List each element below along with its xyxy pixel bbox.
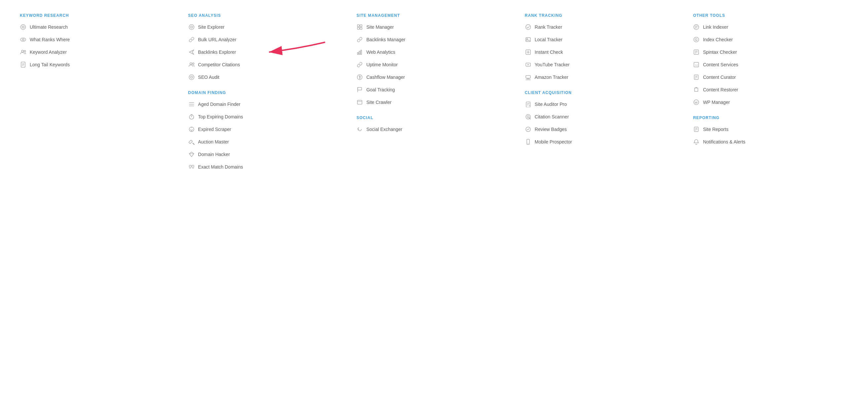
menu-item-uptime-monitor[interactable]: Uptime Monitor [356, 61, 512, 68]
svg-rect-50 [526, 75, 530, 78]
menu-item-expired-scraper[interactable]: Expired Scraper [188, 126, 343, 133]
menu-item-domain-hacker[interactable]: Domain Hacker [188, 151, 343, 158]
menu-icon-wp-manager: W [693, 99, 700, 106]
menu-icon-site-explorer [188, 24, 195, 30]
menu-item-auction-master[interactable]: Auction Master [188, 139, 343, 145]
menu-label: Domain Hacker [198, 152, 230, 157]
svg-rect-53 [526, 102, 530, 107]
column-other-tools: OTHER TOOLS Link Indexer G Index Checker… [690, 13, 851, 176]
menu-label: Aged Domain Finder [198, 102, 241, 107]
menu-item-competitor-citations[interactable]: Competitor Citations [188, 61, 343, 68]
menu-label: Local Tracker [535, 37, 562, 42]
menu-item-content-restorer[interactable]: Content Restorer [693, 87, 848, 93]
svg-point-14 [189, 75, 194, 80]
menu-item-aged-domain-finder[interactable]: Aged Domain Finder [188, 101, 343, 107]
svg-point-1 [22, 26, 24, 28]
navigation-menu: KEYWORD RESEARCH Ultimate Research What … [17, 13, 851, 176]
menu-item-youtube-tracker[interactable]: YouTube Tracker [525, 61, 680, 68]
menu-item-top-expiring-domains[interactable]: Top Expiring Domains [188, 113, 343, 120]
menu-item-link-indexer[interactable]: Link Indexer [693, 24, 848, 30]
menu-item-spintax-checker[interactable]: Spintax Checker [693, 49, 848, 56]
menu-item-seo-audit[interactable]: SEO Audit [188, 74, 343, 80]
menu-icon-index-checker: G [693, 36, 700, 43]
menu-icon-amazon-tracker [525, 74, 531, 80]
menu-icon-what-ranks-where [20, 36, 26, 43]
svg-rect-39 [361, 50, 362, 55]
menu-item-wp-manager[interactable]: W WP Manager [693, 99, 848, 106]
menu-label: What Ranks Where [30, 37, 70, 42]
svg-rect-25 [189, 140, 192, 143]
menu-item-site-explorer[interactable]: Site Explorer [188, 24, 343, 30]
menu-label: Cashflow Manager [366, 74, 405, 80]
menu-icon-backlinks-manager [356, 36, 363, 43]
svg-point-5 [24, 50, 26, 52]
menu-icon-goal-tracking [356, 87, 363, 93]
menu-item-site-manager[interactable]: Site Manager [356, 24, 512, 30]
menu-icon-content-restorer [693, 87, 700, 93]
menu-item-rank-tracker[interactable]: Rank Tracker [525, 24, 680, 30]
svg-rect-38 [359, 51, 360, 55]
menu-icon-uptime-monitor [356, 61, 363, 68]
menu-item-cashflow-manager[interactable]: Cashflow Manager [356, 74, 512, 80]
svg-point-55 [527, 116, 529, 118]
menu-item-review-badges[interactable]: Review Badges [525, 126, 680, 133]
menu-label: Site Reports [703, 127, 728, 132]
menu-label: Index Checker [703, 37, 733, 42]
menu-label: Citation Scanner [535, 114, 569, 119]
menu-item-ultimate-research[interactable]: Ultimate Research [20, 24, 175, 30]
menu-item-web-analytics[interactable]: Web Analytics [356, 49, 512, 56]
svg-point-2 [21, 38, 26, 41]
column-seo-analysis: SEO ANALYSIS Site Explorer Bulk URL Anal… [185, 13, 347, 176]
svg-point-13 [192, 63, 194, 65]
menu-icon-aged-domain-finder [188, 101, 195, 107]
menu-label: Instant Check [535, 49, 563, 55]
subsection-title: CLIENT ACQUISITION [525, 91, 680, 95]
menu-item-mobile-prospector[interactable]: Mobile Prospector [525, 139, 680, 145]
menu-item-content-curator[interactable]: Content Curator [693, 74, 848, 80]
menu-item-what-ranks-where[interactable]: What Ranks Where [20, 36, 175, 43]
svg-line-26 [193, 143, 194, 144]
menu-item-backlinks-explorer[interactable]: Backlinks Explorer [188, 49, 343, 56]
menu-item-backlinks-manager[interactable]: Backlinks Manager [356, 36, 512, 43]
menu-item-exact-match-domains[interactable]: Exact Match Domains [188, 164, 343, 170]
menu-label: Link Indexer [703, 25, 728, 30]
menu-label: YouTube Tracker [535, 62, 570, 67]
menu-icon-bulk-url-analyzer [188, 36, 195, 43]
menu-icon-spintax-checker [693, 49, 700, 56]
menu-item-amazon-tracker[interactable]: Amazon Tracker [525, 74, 680, 80]
menu-label: Ultimate Research [30, 25, 68, 30]
menu-icon-link-indexer [693, 24, 700, 30]
svg-point-0 [21, 25, 26, 30]
menu-icon-social-exchanger [356, 126, 363, 133]
subsection-title: DOMAIN FINDING [188, 91, 343, 95]
menu-icon-site-reports [693, 126, 700, 133]
menu-icon-keyword-analyzer [20, 49, 26, 56]
menu-label: Content Curator [703, 74, 736, 80]
menu-label: Site Explorer [198, 25, 225, 30]
menu-item-citation-scanner[interactable]: Citation Scanner [525, 113, 680, 120]
menu-icon-site-auditor-pro [525, 101, 531, 107]
svg-point-3 [23, 39, 24, 41]
svg-text:G: G [695, 38, 698, 41]
menu-item-index-checker[interactable]: G Index Checker [693, 36, 848, 43]
menu-item-instant-check[interactable]: Instant Check [525, 49, 680, 56]
menu-item-social-exchanger[interactable]: Social Exchanger [356, 126, 512, 133]
menu-item-content-services[interactable]: 12 Content Services [693, 61, 848, 68]
subsection-domain-finding: DOMAIN FINDING Aged Domain Finder Top Ex… [188, 91, 343, 170]
menu-item-goal-tracking[interactable]: Goal Tracking [356, 87, 512, 93]
svg-rect-41 [358, 88, 362, 90]
menu-item-local-tracker[interactable]: Local Tracker [525, 36, 680, 43]
menu-item-site-crawler[interactable]: Site Crawler [356, 99, 512, 106]
column-keyword-research: KEYWORD RESEARCH Ultimate Research What … [17, 13, 178, 176]
svg-rect-35 [358, 27, 359, 29]
menu-item-long-tail-keywords[interactable]: Long Tail Keywords [20, 61, 175, 68]
menu-item-notifications--alerts[interactable]: Notifications & Alerts [693, 139, 848, 145]
menu-item-site-reports[interactable]: Site Reports [693, 126, 848, 133]
menu-label: Exact Match Domains [198, 164, 243, 170]
menu-icon-auction-master [188, 139, 195, 145]
menu-label: Content Restorer [703, 87, 738, 92]
menu-item-keyword-analyzer[interactable]: Keyword Analyzer [20, 49, 175, 56]
menu-item-bulk-url-analyzer[interactable]: Bulk URL Analyzer [188, 36, 343, 43]
menu-icon-local-tracker [525, 36, 531, 43]
menu-item-site-auditor-pro[interactable]: Site Auditor Pro [525, 101, 680, 107]
